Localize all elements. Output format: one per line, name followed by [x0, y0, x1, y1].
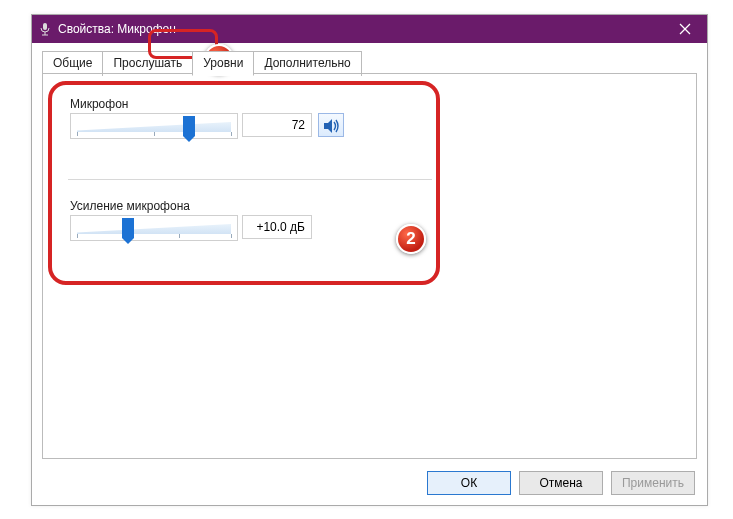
mic-boost-label: Усиление микрофона: [70, 199, 312, 213]
close-icon: [679, 23, 691, 35]
window-title: Свойства: Микрофон: [58, 22, 699, 36]
speaker-icon: [323, 117, 341, 135]
mic-boost-value[interactable]: +10.0 дБ: [242, 215, 312, 239]
mute-button[interactable]: [318, 113, 344, 137]
dialog-button-bar: ОК Отмена Применить: [427, 471, 695, 495]
svg-rect-0: [43, 23, 47, 30]
ok-button[interactable]: ОК: [427, 471, 511, 495]
mic-level-slider[interactable]: [70, 113, 238, 139]
dialog-window: Свойства: Микрофон Общие Прослушать Уров…: [31, 14, 708, 506]
levels-group: Микрофон 72: [54, 87, 434, 279]
apply-button: Применить: [611, 471, 695, 495]
close-button[interactable]: [663, 15, 707, 43]
cancel-button[interactable]: Отмена: [519, 471, 603, 495]
client-area: Общие Прослушать Уровни Дополнительно Ми…: [32, 43, 707, 505]
microphone-icon: [40, 22, 50, 36]
mic-level-thumb[interactable]: [183, 116, 195, 136]
mic-boost-thumb[interactable]: [122, 218, 134, 238]
mic-boost-section: Усиление микрофона +10.0 дБ: [70, 199, 312, 241]
mic-boost-slider[interactable]: [70, 215, 238, 241]
svg-marker-5: [324, 119, 332, 133]
mic-level-label: Микрофон: [70, 97, 344, 111]
tab-levels[interactable]: Уровни: [192, 51, 254, 76]
mic-level-section: Микрофон 72: [70, 97, 344, 139]
titlebar[interactable]: Свойства: Микрофон: [32, 15, 707, 43]
mic-level-value[interactable]: 72: [242, 113, 312, 137]
section-divider: [68, 179, 432, 180]
